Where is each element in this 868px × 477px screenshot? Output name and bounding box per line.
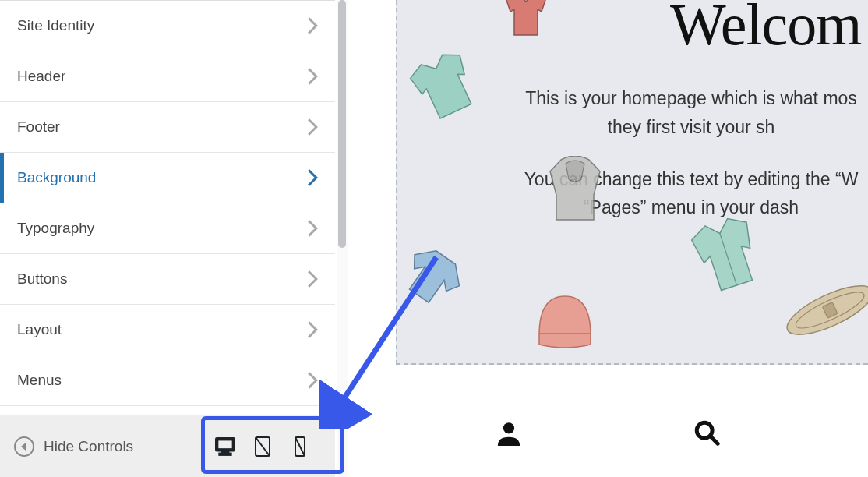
belt-icon bbox=[774, 269, 868, 351]
site-preview: Welcom This is your homepage which is wh… bbox=[348, 0, 868, 477]
hide-controls-button[interactable]: Hide Controls bbox=[14, 436, 133, 457]
device-tablet-button[interactable] bbox=[252, 436, 273, 457]
shirt-folded-icon bbox=[391, 236, 474, 316]
section-layout[interactable]: Layout bbox=[0, 305, 335, 355]
sidebar-scrollbar-thumb[interactable] bbox=[338, 0, 346, 248]
device-desktop-button[interactable] bbox=[215, 436, 235, 457]
section-background[interactable]: Background bbox=[0, 153, 335, 203]
hero-line-1: This is your homepage which is what most… bbox=[514, 84, 868, 142]
svg-line-15 bbox=[710, 436, 718, 443]
hoodie-icon bbox=[538, 156, 612, 226]
section-footer[interactable]: Footer bbox=[0, 102, 335, 153]
chevron-right-icon bbox=[307, 118, 318, 136]
chevron-right-icon bbox=[307, 169, 318, 186]
section-site-identity[interactable]: Site Identity bbox=[0, 1, 335, 51]
section-header[interactable]: Header bbox=[0, 51, 335, 102]
customizer-section-list: Site Identity Header Footer Background T… bbox=[0, 0, 335, 415]
hero-block: Welcom This is your homepage which is wh… bbox=[396, 0, 868, 365]
chevron-right-icon bbox=[307, 321, 318, 338]
chevron-right-icon bbox=[307, 270, 318, 288]
svg-rect-4 bbox=[219, 453, 231, 454]
svg-marker-0 bbox=[21, 443, 26, 450]
section-menus[interactable]: Menus bbox=[0, 355, 335, 406]
section-label: Background bbox=[17, 169, 96, 186]
preview-footer-icons bbox=[348, 391, 868, 477]
section-label: Typography bbox=[17, 220, 94, 237]
search-icon[interactable] bbox=[693, 419, 720, 449]
device-mobile-button[interactable] bbox=[290, 436, 310, 457]
beanie-icon bbox=[530, 288, 600, 355]
chevron-right-icon bbox=[307, 17, 318, 34]
chevron-right-icon bbox=[307, 68, 318, 85]
customizer-sidebar: Site Identity Header Footer Background T… bbox=[0, 0, 335, 477]
shirt-icon bbox=[499, 0, 553, 39]
section-label: Buttons bbox=[17, 270, 67, 288]
svg-line-6 bbox=[256, 437, 270, 456]
account-icon[interactable] bbox=[496, 419, 522, 449]
section-label: Site Identity bbox=[17, 17, 94, 34]
hide-controls-label: Hide Controls bbox=[44, 438, 133, 455]
sweater-icon bbox=[395, 40, 494, 132]
svg-line-8 bbox=[295, 437, 305, 456]
section-label: Menus bbox=[17, 372, 62, 389]
collapse-left-icon bbox=[14, 436, 34, 457]
hero-title: Welcom bbox=[670, 0, 861, 58]
svg-point-13 bbox=[503, 422, 514, 433]
customizer-footer: Hide Controls bbox=[0, 415, 335, 477]
chevron-right-icon bbox=[307, 220, 318, 237]
section-label: Header bbox=[17, 68, 65, 85]
section-typography[interactable]: Typography bbox=[0, 203, 335, 254]
section-label: Layout bbox=[17, 321, 62, 338]
section-label: Footer bbox=[17, 118, 60, 136]
chevron-right-icon bbox=[307, 372, 318, 389]
device-preview-toggle bbox=[204, 430, 321, 463]
svg-rect-2 bbox=[217, 440, 233, 449]
section-buttons[interactable]: Buttons bbox=[0, 254, 335, 305]
